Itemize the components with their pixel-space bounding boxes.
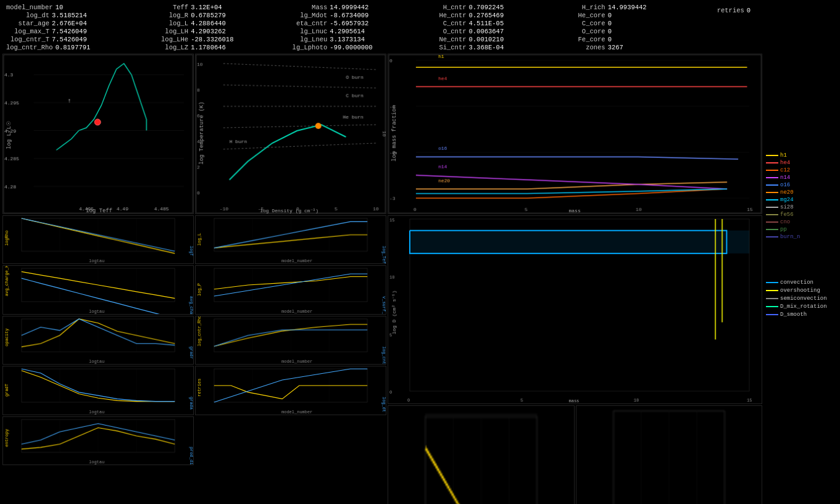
info-row: log_R0.6785279 xyxy=(145,12,278,19)
legend-item-overshooting: overshooting xyxy=(766,287,838,294)
info-row: lg_Lphoto-99.0000000 xyxy=(284,44,417,51)
info-row: He_cntr0.2765469 xyxy=(423,12,556,19)
info-row: model_number10 xyxy=(6,4,139,11)
info-row: zones3267 xyxy=(562,44,695,51)
legend-panel: h1he4c12n14o16ne20mg24si28fe56cnoppburn_… xyxy=(763,54,838,458)
info-row: log_LHe-28.3326018 xyxy=(145,36,278,43)
plot-logp xyxy=(195,265,386,314)
info-row: He_core0 xyxy=(562,12,695,19)
info-row: Teff3.12E+04 xyxy=(145,4,278,11)
legend-item-c12: c12 xyxy=(766,167,838,173)
plot-gradt xyxy=(2,366,194,415)
legend-item-si28: si28 xyxy=(766,204,838,210)
legend-item-ne20: ne20 xyxy=(766,189,838,196)
legend-item-he4: he4 xyxy=(766,160,838,166)
abundance-plot xyxy=(388,54,762,214)
plot-logcntr-rho xyxy=(195,316,386,365)
info-row: log_LZ1.1780646 xyxy=(145,44,278,51)
header-info: model_number10log_dt3.5185214star_age2.6… xyxy=(0,0,840,52)
legend-item-fe56: fe56 xyxy=(766,212,838,218)
info-row: log_cntr_T7.5426049 xyxy=(6,36,139,43)
legend-item-burn_n: burn_n xyxy=(766,234,838,240)
info-row: C_cntr4.511E-05 xyxy=(423,20,556,27)
info-row: Mass14.9999442 xyxy=(284,4,417,11)
plot-logt-mass xyxy=(388,405,575,504)
legend-item-n14: n14 xyxy=(766,175,838,181)
info-row: O_core0 xyxy=(562,28,695,35)
info-row: Si_cntr3.368E-04 xyxy=(423,44,556,51)
plot-logrho-logt xyxy=(2,215,194,264)
plot-entropy xyxy=(2,416,194,465)
legend-item-cno: cno xyxy=(766,219,838,225)
trho-diagram xyxy=(195,54,386,214)
legend-item-o16: o16 xyxy=(766,182,838,188)
plot-avg-charge xyxy=(2,265,194,314)
info-row: lg_Lneu3.1373134 xyxy=(284,36,417,43)
info-row: eta_cntr-5.6957932 xyxy=(284,20,417,27)
info-row: Fe_core0 xyxy=(562,36,695,43)
info-row: lg_Mdot-8.6734009 xyxy=(284,12,417,19)
info-row: O_cntr0.0063647 xyxy=(423,28,556,35)
hr-diagram xyxy=(2,54,194,214)
info-row: star_age2.676E+04 xyxy=(6,20,139,27)
info-row: log_dt3.5185214 xyxy=(6,12,139,19)
legend-item-pp: pp xyxy=(766,226,838,233)
legend-item-D_smooth: D_smooth xyxy=(766,312,838,318)
mixing-plot xyxy=(388,215,762,404)
legend-item-D_mix_rotation: D_mix_rotation xyxy=(766,304,838,310)
species-legend: h1he4c12n14o16ne20mg24si28fe56cnoppburn_… xyxy=(766,152,838,240)
info-row: log_L4.2886440 xyxy=(145,20,278,27)
plot-burn-num xyxy=(576,405,763,504)
legend-item-mg24: mg24 xyxy=(766,197,838,203)
info-row: H_rich14.9939442 xyxy=(562,4,695,11)
legend-item-convection: convection xyxy=(766,279,838,286)
info-row: H_cntr0.7092245 xyxy=(423,4,556,11)
legend-item-h1: h1 xyxy=(766,152,838,159)
info-row: Ne_cntr0.0010210 xyxy=(423,36,556,43)
info-row: log_cntr_Rho0.8197791 xyxy=(6,44,139,51)
plot-opacity xyxy=(2,316,194,365)
plot-retries xyxy=(195,366,386,415)
info-row: log_LH4.2903262 xyxy=(145,28,278,35)
info-row: log_max_T7.5426049 xyxy=(6,28,139,35)
info-row: retries0 xyxy=(701,7,834,14)
plot-logl-logt xyxy=(195,215,386,264)
info-row: lg_Lnuc4.2905614 xyxy=(284,28,417,35)
info-row: C_core0 xyxy=(562,20,695,27)
legend-item-semiconvection: semiconvection xyxy=(766,295,838,302)
mixing-legend: convectionovershootingsemiconvectionD_mi… xyxy=(766,279,838,318)
